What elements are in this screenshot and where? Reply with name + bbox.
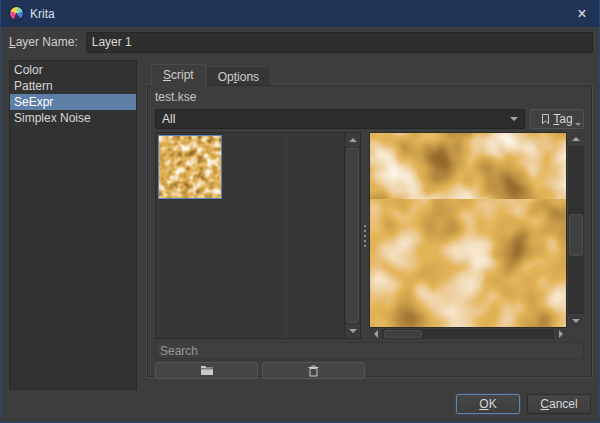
layer-name-row: Layer Name:: [9, 31, 593, 53]
bookmark-icon: [541, 113, 550, 125]
grid-column-divider: [286, 133, 287, 338]
preset-preview-pane: [369, 132, 584, 339]
import-resource-button[interactable]: [155, 362, 258, 379]
scroll-down-icon[interactable]: [568, 314, 584, 328]
preview-vscroll-thumb[interactable]: [569, 214, 583, 256]
list-item-seexpr[interactable]: SeExpr: [10, 94, 136, 110]
scroll-left-icon[interactable]: [369, 329, 382, 339]
scroll-up-icon[interactable]: [345, 133, 360, 147]
scroll-up-icon[interactable]: [568, 132, 584, 146]
tag-filter-value: All: [162, 112, 175, 126]
resource-buttons: [155, 362, 365, 379]
krita-app-icon: [10, 7, 23, 20]
tag-menu-chevron-icon: [575, 123, 581, 126]
script-tab-panel: test.kse All Tag: [146, 84, 593, 378]
texture-preview[interactable]: [369, 132, 567, 328]
preview-vertical-scrollbar[interactable]: [568, 132, 584, 328]
splitter-grip-icon: [364, 225, 366, 247]
resource-browser: [155, 132, 584, 339]
tag-button[interactable]: Tag: [530, 109, 584, 129]
tag-filter-row: All Tag: [155, 109, 584, 129]
trash-icon: [308, 365, 319, 377]
ok-button[interactable]: OK: [456, 394, 520, 414]
preview-hscroll-thumb[interactable]: [384, 330, 422, 338]
preview-hscroll-track[interactable]: [382, 329, 554, 339]
layer-name-label: Layer Name:: [9, 35, 78, 49]
scroll-down-icon[interactable]: [345, 324, 360, 338]
scroll-right-icon[interactable]: [554, 329, 567, 339]
titlebar[interactable]: Krita ×: [1, 0, 600, 27]
list-item-color[interactable]: Color: [10, 62, 136, 78]
list-item-simplex-noise[interactable]: Simplex Noise: [10, 110, 136, 126]
script-filename: test.kse: [155, 90, 584, 105]
delete-resource-button[interactable]: [262, 362, 365, 379]
splitter-handle[interactable]: [361, 132, 369, 339]
tab-options[interactable]: Options: [206, 66, 271, 85]
generator-type-list: Color Pattern SeExpr Simplex Noise: [9, 60, 137, 390]
tab-bar: Script Options: [151, 63, 271, 85]
tab-script[interactable]: Script: [151, 64, 206, 86]
fill-layer-dialog: Krita × Layer Name: Color Pattern SeExpr…: [0, 0, 600, 423]
folder-icon: [200, 365, 214, 376]
grid-vertical-scrollbar[interactable]: [344, 133, 360, 338]
layer-name-input[interactable]: [86, 32, 593, 53]
preset-thumbnail-selected[interactable]: [158, 135, 222, 199]
tag-button-label: Tag: [553, 112, 572, 126]
preset-grid-viewport[interactable]: [156, 133, 344, 338]
grid-scroll-thumb[interactable]: [346, 148, 359, 323]
window-title: Krita: [30, 7, 55, 21]
dialog-footer: OK Cancel: [456, 394, 591, 414]
preview-horizontal-scrollbar[interactable]: [369, 329, 567, 339]
close-icon[interactable]: ×: [563, 0, 600, 27]
tag-filter-combobox[interactable]: All: [155, 109, 525, 129]
cancel-button[interactable]: Cancel: [527, 394, 591, 414]
list-item-pattern[interactable]: Pattern: [10, 78, 136, 94]
preset-grid: [155, 132, 361, 339]
search-input[interactable]: [155, 342, 584, 359]
chevron-down-icon: [510, 117, 518, 121]
preview-vscroll-track[interactable]: [568, 146, 584, 314]
grid-scroll-track[interactable]: [345, 147, 360, 324]
